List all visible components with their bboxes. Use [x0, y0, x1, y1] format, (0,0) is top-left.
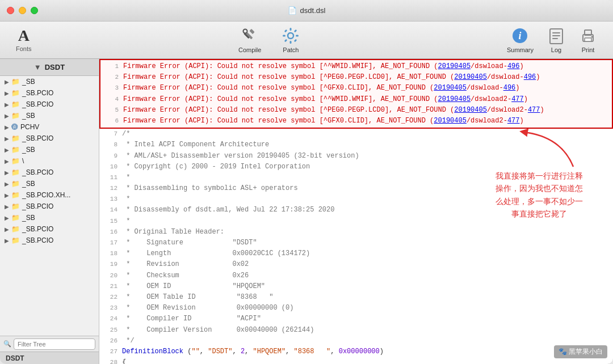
- code-line-10: 10 * Copyright (c) 2000 - 2019 Intel Cor…: [99, 162, 613, 172]
- sidebar-item-sbpcio2[interactable]: ▶ 📁 _SB.PCIO: [0, 99, 99, 110]
- tree-arrow: ▶: [5, 90, 9, 96]
- sidebar-item-sb4[interactable]: ▶ 📁 _SB: [0, 178, 99, 189]
- toolbar-right: i Summary Log: [502, 24, 602, 56]
- close-button[interactable]: [7, 7, 14, 14]
- sidebar-bottom-label: DSDT: [0, 352, 99, 364]
- sidebar-item-pchv[interactable]: ▶ 🅐 PCHV: [0, 121, 99, 133]
- print-label: Print: [582, 46, 595, 53]
- code-line-12: 12 * Disassembling to symbolic ASL+ oper…: [99, 183, 613, 194]
- sidebar-filter[interactable]: 🔍: [0, 336, 99, 352]
- folder-icon: 📁: [11, 100, 20, 108]
- sidebar-item-sb3[interactable]: ▶ 📁 _SB: [0, 144, 99, 155]
- tree-arrow: ▶: [5, 113, 9, 119]
- summary-button[interactable]: i Summary: [502, 24, 538, 56]
- svg-rect-16: [552, 32, 560, 33]
- main-content: ▼ DSDT ▶ 📁 _SB ▶ 📁 _SB.PCIO ▶ 📁 _SB.PCI: [0, 59, 613, 364]
- folder-icon: 📁: [11, 225, 20, 233]
- title-icon: 📄: [288, 6, 297, 15]
- svg-rect-17: [552, 35, 560, 36]
- minimize-button[interactable]: [19, 7, 26, 14]
- tree-item-label: _SB: [22, 146, 35, 154]
- filter-search-icon: 🔍: [3, 340, 11, 348]
- filter-input[interactable]: [14, 338, 95, 350]
- code-line-21: 21 * OEM ID "HPQOEM": [99, 281, 613, 292]
- sidebar-item-sbpcio3[interactable]: ▶ 📁 _SB.PCIO: [0, 133, 99, 144]
- print-button[interactable]: Print: [574, 24, 602, 56]
- sidebar-item-sbpcio5[interactable]: ▶ 📁 _SB.PCIO: [0, 201, 99, 212]
- sidebar-item-sbpcio4[interactable]: ▶ 📁 _SB.PCIO: [0, 167, 99, 178]
- folder-icon: 📁: [11, 134, 20, 142]
- code-line-16: 16 * Original Table Header:: [99, 227, 613, 238]
- toolbar-center: Compile: [53, 24, 485, 56]
- folder-icon: 📁: [11, 112, 20, 120]
- patch-button[interactable]: Patch: [277, 24, 304, 56]
- folder-icon: 📁: [11, 78, 20, 86]
- folder-icon: 📁: [11, 146, 20, 154]
- error-line-4: 4 Firmware Error (ACPI): Could not resol…: [100, 94, 612, 105]
- code-line-26: 26 */: [99, 336, 613, 346]
- folder-icon: 📁: [11, 202, 20, 210]
- svg-rect-7: [283, 35, 285, 37]
- tree-item-label: _SB: [22, 112, 35, 120]
- tree-arrow: ▶: [5, 238, 9, 244]
- svg-rect-21: [585, 38, 591, 41]
- tree-item-label: _SB.PCIO: [22, 100, 53, 108]
- log-icon: [547, 27, 565, 45]
- sidebar-item-sbpcio7[interactable]: ▶ 📁 _SB.PCIO: [0, 235, 99, 246]
- patch-label: Patch: [283, 46, 299, 53]
- code-line-22: 22 * OEM Table ID "8368 ": [99, 292, 613, 303]
- tree-item-label: _SB.PCIO: [22, 202, 53, 210]
- sidebar-item-sbpcio1[interactable]: ▶ 📁 _SB.PCIO: [0, 87, 99, 99]
- traffic-lights: [7, 7, 38, 14]
- svg-rect-10: [294, 39, 297, 43]
- code-line-9: 9 * AML/ASL+ Disassembler version 201904…: [99, 151, 613, 162]
- code-line-17: 17 * Signature "DSDT": [99, 238, 613, 248]
- svg-point-4: [288, 33, 293, 39]
- sidebar-item-backslash[interactable]: ▶ 📁 \: [0, 155, 99, 167]
- folder-icon: 📁: [11, 180, 20, 188]
- folder-icon: 📁: [11, 191, 20, 199]
- code-content[interactable]: 1 Firmware Error (ACPI): Could not resol…: [99, 59, 613, 364]
- svg-rect-11: [284, 39, 288, 43]
- sidebar-title: DSDT: [45, 63, 65, 71]
- tree-item-label: _SB.PCIO: [22, 236, 53, 244]
- maximize-button[interactable]: [31, 7, 38, 14]
- svg-rect-0: [250, 29, 255, 34]
- svg-rect-6: [290, 41, 292, 44]
- sidebar-item-sb1[interactable]: ▶ 📁 _SB: [0, 76, 99, 87]
- error-box: 1 Firmware Error (ACPI): Could not resol…: [99, 59, 613, 129]
- sidebar-collapse-arrow[interactable]: ▼: [34, 63, 41, 71]
- svg-rect-12: [294, 29, 297, 33]
- sidebar-item-sbpciox[interactable]: ▶ 📁 _SB.PCIO.XH...: [0, 189, 99, 201]
- code-line-27: 27 DefinitionBlock ("", "DSDT", 2, "HPQO…: [99, 346, 613, 357]
- summary-label: Summary: [507, 46, 534, 53]
- tree-item-label: _SB.PCIO: [22, 225, 53, 233]
- folder-icon: 📁: [11, 168, 20, 176]
- folder-icon: 📁: [11, 236, 20, 244]
- code-line-19: 19 * Revision 0x02: [99, 259, 613, 270]
- sidebar-tree[interactable]: ▶ 📁 _SB ▶ 📁 _SB.PCIO ▶ 📁 _SB.PCIO ▶ 📁: [0, 76, 99, 336]
- error-line-6: 6 Firmware Error (ACPI): Could not resol…: [100, 116, 612, 126]
- sidebar-item-sb5[interactable]: ▶ 📁 _SB: [0, 212, 99, 223]
- folder-icon: 📁: [11, 214, 20, 222]
- code-line-14: 14 * Disassembly of dsdt.aml, Wed Jul 22…: [99, 205, 613, 215]
- tree-item-label: PCHV: [20, 123, 39, 131]
- tree-arrow: ▶: [5, 136, 9, 142]
- log-button[interactable]: Log: [543, 24, 570, 56]
- titlebar: 📄 dsdt.dsl: [0, 0, 613, 22]
- error-line-1: 1 Firmware Error (ACPI): Could not resol…: [100, 61, 612, 72]
- code-line-18: 18 * Length 0x00020C1C (134172): [99, 248, 613, 259]
- compile-icon: [241, 27, 259, 45]
- tree-arrow: ▶: [5, 158, 9, 164]
- compile-button[interactable]: Compile: [234, 24, 266, 56]
- code-line-23: 23 * OEM Revision 0x00000000 (0): [99, 303, 613, 314]
- sidebar-item-sbpcio6[interactable]: ▶ 📁 _SB.PCIO: [0, 223, 99, 235]
- svg-rect-5: [290, 28, 292, 31]
- window-title: 📄 dsdt.dsl: [288, 6, 326, 15]
- fonts-button[interactable]: A Fonts: [11, 26, 36, 54]
- sidebar: ▼ DSDT ▶ 📁 _SB ▶ 📁 _SB.PCIO ▶ 📁 _SB.PCI: [0, 59, 99, 364]
- svg-point-22: [591, 36, 593, 38]
- watermark-text: 🐾 黑苹果小白: [559, 348, 603, 355]
- code-line-25: 25 * Compiler Version 0x00040000 (262144…: [99, 325, 613, 336]
- sidebar-item-sb2[interactable]: ▶ 📁 _SB: [0, 110, 99, 121]
